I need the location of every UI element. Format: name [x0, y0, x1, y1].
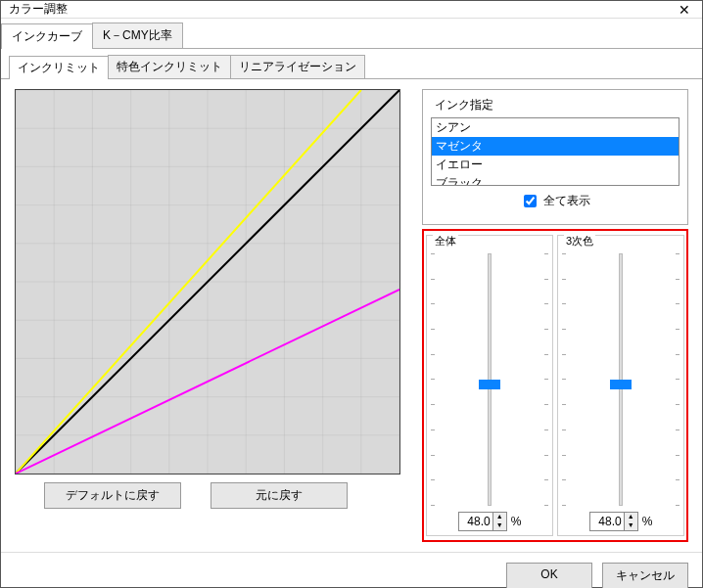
content-area: インクリミット 特色インクリミット リニアライゼーション デフォルトに戻す 元に…	[1, 49, 702, 552]
ink-listbox[interactable]: シアン マゼンタ イエロー ブラック	[431, 117, 680, 186]
list-item[interactable]: ブラック	[432, 174, 679, 186]
footer: OK キャンセル	[1, 552, 702, 588]
ok-button[interactable]: OK	[506, 563, 592, 588]
spin-row-overall: ▲▼ %	[458, 512, 522, 531]
tabs-outer: インクカーブ K－CMY比率	[1, 19, 702, 49]
slider-label-tertiary: 3次色	[564, 234, 595, 249]
unit-label: %	[642, 515, 653, 528]
slider-group-tertiary: 3次色 ▲▼ %	[557, 235, 684, 536]
slider-thumb[interactable]	[610, 380, 632, 389]
list-item[interactable]: マゼンタ	[432, 137, 679, 156]
cancel-button[interactable]: キャンセル	[602, 563, 688, 588]
list-item[interactable]: イエロー	[432, 156, 679, 174]
tab-linearization[interactable]: リニアライゼーション	[230, 55, 365, 78]
pane: デフォルトに戻す 元に戻す インク指定 シアン マゼンタ イエロー ブラック 全…	[1, 79, 702, 552]
tab-k-cmy-ratio[interactable]: K－CMY比率	[92, 23, 183, 48]
ink-designation-legend: インク指定	[433, 97, 495, 113]
unit-label: %	[511, 515, 522, 528]
slider-overall[interactable]	[431, 253, 548, 506]
spin-input-overall[interactable]	[459, 513, 492, 530]
graph-wrap: デフォルトに戻す 元に戻す	[15, 89, 414, 542]
tab-spot-ink-limit[interactable]: 特色インクリミット	[108, 55, 231, 78]
spin-row-tertiary: ▲▼ %	[589, 512, 653, 531]
graph-buttons: デフォルトに戻す 元に戻す	[15, 475, 414, 517]
spin-tertiary[interactable]: ▲▼	[589, 512, 638, 531]
tab-ink-curve[interactable]: インクカーブ	[1, 23, 93, 49]
curve-svg	[16, 90, 399, 474]
right-column: インク指定 シアン マゼンタ イエロー ブラック 全て表示 全体	[422, 89, 688, 542]
chevron-up-icon[interactable]: ▲	[493, 513, 506, 521]
chevron-up-icon[interactable]: ▲	[625, 513, 637, 521]
chevron-down-icon[interactable]: ▼	[625, 521, 637, 530]
chevron-down-icon[interactable]: ▼	[493, 521, 506, 530]
titlebar: カラー調整 ✕	[1, 1, 702, 19]
show-all-row: 全て表示	[431, 186, 680, 216]
tab-ink-limit[interactable]: インクリミット	[9, 56, 109, 79]
sliders-highlight-box: 全体 ▲▼ %	[422, 229, 688, 542]
ink-designation-fieldset: インク指定 シアン マゼンタ イエロー ブラック 全て表示	[422, 89, 688, 225]
list-item[interactable]: シアン	[432, 118, 679, 137]
spin-input-tertiary[interactable]	[590, 513, 624, 530]
curve-graph[interactable]	[15, 89, 400, 475]
color-adjust-dialog: カラー調整 ✕ インクカーブ K－CMY比率 インクリミット 特色インクリミット…	[0, 0, 703, 588]
spin-overall[interactable]: ▲▼	[458, 512, 507, 531]
show-all-label: 全て表示	[543, 194, 590, 207]
show-all-checkbox[interactable]	[524, 195, 537, 207]
dialog-title: カラー調整	[9, 1, 675, 18]
slider-thumb[interactable]	[479, 380, 500, 389]
close-icon[interactable]: ✕	[675, 2, 694, 18]
undo-button[interactable]: 元に戻す	[211, 482, 348, 509]
slider-label-overall: 全体	[433, 234, 458, 249]
slider-tertiary[interactable]	[562, 253, 680, 506]
reset-default-button[interactable]: デフォルトに戻す	[44, 482, 181, 509]
tabs-inner: インクリミット 特色インクリミット リニアライゼーション	[1, 49, 702, 79]
slider-group-overall: 全体 ▲▼ %	[426, 235, 553, 536]
